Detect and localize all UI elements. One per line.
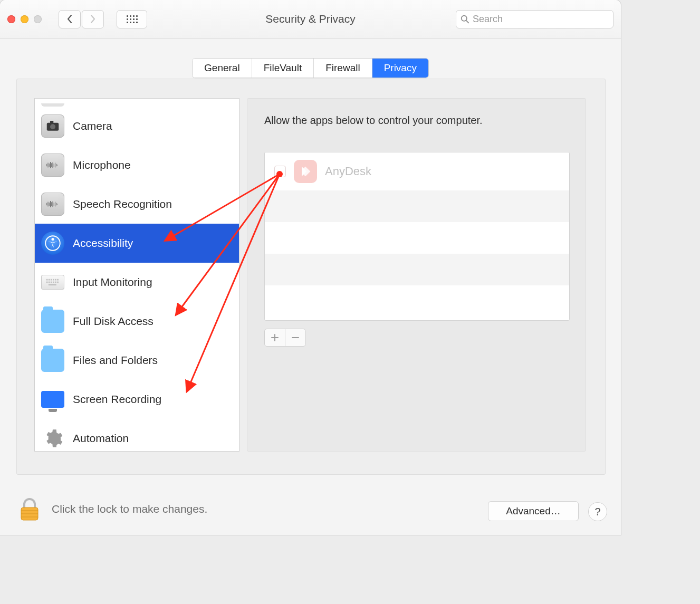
sidebar-item-label: Input Monitoring — [73, 276, 152, 289]
add-app-button[interactable] — [265, 329, 285, 346]
tab-privacy[interactable]: Privacy — [372, 59, 428, 78]
list-item-partial — [35, 99, 239, 107]
privacy-panel: Camera Microphone Speech Recognition Acc… — [16, 79, 606, 475]
svg-rect-4 — [50, 121, 53, 123]
microphone-icon — [41, 154, 64, 177]
accessibility-detail-pane: Allow the apps below to control your com… — [247, 98, 586, 452]
sidebar-item-full-disk-access[interactable]: Full Disk Access — [35, 302, 239, 341]
advanced-button[interactable]: Advanced… — [488, 501, 579, 521]
speech-recognition-icon — [41, 193, 64, 216]
minimize-window-button[interactable] — [21, 15, 28, 23]
allowed-apps-list[interactable]: AnyDesk — [264, 152, 570, 321]
svg-rect-39 — [55, 282, 56, 283]
app-row-anydesk[interactable]: AnyDesk — [265, 152, 569, 190]
remove-app-button[interactable] — [285, 329, 305, 346]
svg-rect-32 — [53, 279, 54, 281]
lock-icon[interactable] — [19, 497, 40, 521]
search-placeholder: Search — [473, 14, 503, 25]
sidebar-item-files-and-folders[interactable]: Files and Folders — [35, 341, 239, 380]
sidebar-item-camera[interactable]: Camera — [35, 107, 239, 146]
tab-filevault[interactable]: FileVault — [252, 59, 314, 78]
keyboard-icon — [41, 275, 64, 290]
list-stripe — [265, 190, 569, 222]
svg-rect-40 — [57, 282, 59, 283]
traffic-lights — [7, 15, 42, 23]
lock-row: Click the lock to make changes. — [19, 497, 207, 521]
svg-line-1 — [466, 21, 468, 23]
sidebar-item-automation[interactable]: Automation — [35, 419, 239, 452]
app-checkbox-anydesk[interactable] — [274, 166, 286, 177]
allow-apps-label: Allow the apps below to control your com… — [247, 99, 586, 127]
grid-icon — [127, 15, 138, 23]
sidebar-item-label: Files and Folders — [73, 354, 158, 367]
titlebar: Security & Privacy Search — [0, 0, 621, 39]
svg-rect-34 — [57, 279, 59, 281]
sidebar-item-label: Microphone — [73, 159, 131, 171]
sidebar-item-label: Full Disk Access — [73, 315, 154, 328]
svg-rect-35 — [46, 282, 48, 283]
privacy-category-list[interactable]: Camera Microphone Speech Recognition Acc… — [34, 98, 239, 452]
accessibility-icon — [41, 232, 64, 255]
nav-buttons — [59, 10, 104, 28]
sidebar-item-label: Camera — [73, 120, 112, 132]
camera-icon — [41, 114, 64, 138]
svg-point-3 — [50, 124, 55, 129]
show-all-button[interactable] — [117, 10, 147, 28]
svg-rect-38 — [53, 282, 54, 283]
sidebar-item-screen-recording[interactable]: Screen Recording — [35, 380, 239, 419]
app-name-label: AnyDesk — [325, 165, 371, 178]
sidebar-item-input-monitoring[interactable]: Input Monitoring — [35, 263, 239, 302]
sidebar-item-microphone[interactable]: Microphone — [35, 146, 239, 185]
forward-button[interactable] — [82, 10, 104, 28]
sidebar-item-speech-recognition[interactable]: Speech Recognition — [35, 185, 239, 224]
anydesk-icon — [294, 160, 317, 183]
lock-text: Click the lock to make changes. — [52, 503, 207, 515]
back-button[interactable] — [59, 10, 81, 28]
chevron-right-icon — [89, 15, 97, 23]
svg-rect-37 — [51, 282, 52, 283]
sidebar-item-label: Speech Recognition — [73, 198, 172, 210]
svg-rect-33 — [55, 279, 56, 281]
svg-rect-41 — [49, 284, 56, 285]
svg-rect-29 — [46, 279, 48, 281]
gear-icon — [41, 427, 64, 450]
folder-icon — [41, 349, 64, 372]
list-stripe — [265, 254, 569, 285]
close-window-button[interactable] — [7, 15, 15, 23]
tab-general[interactable]: General — [193, 59, 252, 78]
tab-bar: General FileVault Firewall Privacy — [0, 58, 621, 78]
search-icon — [461, 15, 469, 24]
svg-point-0 — [462, 15, 467, 21]
add-remove-buttons — [264, 329, 306, 347]
sidebar-item-label: Screen Recording — [73, 393, 161, 406]
sidebar-item-label: Automation — [73, 432, 129, 445]
sidebar-item-accessibility[interactable]: Accessibility — [35, 224, 239, 263]
svg-point-28 — [52, 238, 54, 241]
list-stripe — [265, 285, 569, 320]
display-icon — [41, 391, 64, 408]
svg-rect-36 — [49, 282, 50, 283]
plus-icon — [271, 333, 279, 342]
list-stripe — [265, 222, 569, 254]
help-button[interactable]: ? — [588, 502, 607, 521]
tab-firewall[interactable]: Firewall — [314, 59, 372, 78]
search-input[interactable]: Search — [456, 10, 613, 28]
folder-icon — [41, 310, 64, 333]
chevron-left-icon — [66, 15, 73, 23]
minus-icon — [291, 333, 300, 342]
svg-rect-31 — [51, 279, 52, 281]
sidebar-item-label: Accessibility — [73, 237, 133, 250]
zoom-window-button[interactable] — [34, 15, 42, 23]
preferences-window: Security & Privacy Search General FileVa… — [0, 0, 621, 535]
svg-rect-30 — [49, 279, 50, 281]
partial-icon — [41, 103, 64, 107]
